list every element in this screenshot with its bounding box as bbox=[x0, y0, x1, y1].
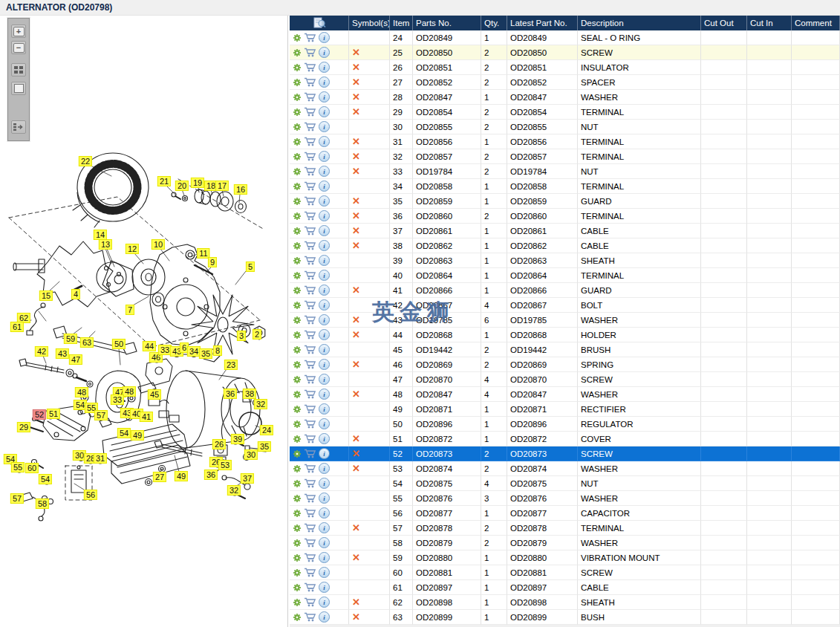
cart-icon[interactable] bbox=[304, 597, 316, 607]
info-icon[interactable]: i bbox=[319, 270, 330, 281]
cart-icon[interactable] bbox=[304, 166, 316, 176]
gear-icon[interactable] bbox=[293, 123, 302, 131]
table-row-item-45[interactable]: i45OD194422OD19442BRUSH bbox=[290, 342, 840, 357]
table-row-item-57[interactable]: i✕57OD208782OD20878TERMINAL bbox=[290, 521, 840, 536]
gear-icon[interactable] bbox=[293, 152, 302, 161]
cart-icon[interactable] bbox=[304, 345, 316, 354]
cart-icon[interactable] bbox=[304, 270, 316, 280]
gear-icon[interactable] bbox=[293, 449, 302, 458]
info-icon[interactable]: i bbox=[319, 552, 330, 563]
part-label-57[interactable]: 57 bbox=[94, 410, 108, 420]
cart-icon[interactable] bbox=[304, 62, 316, 72]
gear-icon[interactable] bbox=[293, 256, 302, 265]
gear-icon[interactable] bbox=[293, 598, 302, 607]
gear-icon[interactable] bbox=[293, 360, 302, 369]
part-label-8[interactable]: 8 bbox=[213, 345, 222, 356]
part-label-15[interactable]: 15 bbox=[39, 290, 53, 301]
info-icon[interactable]: i bbox=[319, 537, 330, 548]
part-label-49[interactable]: 49 bbox=[175, 471, 188, 481]
info-icon[interactable]: i bbox=[319, 493, 330, 504]
table-row-item-50[interactable]: i50OD208961OD20896REGULATOR bbox=[290, 417, 840, 432]
info-icon[interactable]: i bbox=[319, 329, 330, 340]
table-row-item-51[interactable]: i✕51OD208721OD20872COVER bbox=[290, 432, 840, 446]
gear-icon[interactable] bbox=[293, 331, 302, 340]
info-icon[interactable]: i bbox=[319, 32, 330, 43]
table-row-item-56[interactable]: i56OD208771OD20877CAPACITOR bbox=[290, 506, 840, 521]
info-icon[interactable]: i bbox=[319, 418, 330, 429]
part-label-54[interactable]: 54 bbox=[39, 474, 52, 484]
part-label-32[interactable]: 32 bbox=[227, 485, 241, 496]
info-icon[interactable]: i bbox=[319, 314, 330, 325]
part-label-14[interactable]: 14 bbox=[94, 230, 107, 240]
part-label-31[interactable]: 31 bbox=[94, 453, 107, 464]
table-row-item-39[interactable]: i39OD208631OD20863SHEATH bbox=[290, 253, 840, 268]
gear-icon[interactable] bbox=[293, 375, 302, 384]
gear-icon[interactable] bbox=[293, 539, 302, 548]
part-label-26[interactable]: 26 bbox=[212, 439, 226, 449]
part-label-19[interactable]: 19 bbox=[191, 178, 204, 188]
fit-view-button[interactable] bbox=[11, 82, 26, 95]
part-label-42[interactable]: 42 bbox=[35, 346, 48, 357]
info-icon[interactable]: i bbox=[319, 240, 330, 251]
gear-icon[interactable] bbox=[293, 345, 302, 354]
gear-icon[interactable] bbox=[293, 271, 302, 280]
part-label-12[interactable]: 12 bbox=[126, 244, 139, 254]
info-icon[interactable]: i bbox=[319, 344, 330, 355]
info-icon[interactable]: i bbox=[319, 47, 330, 58]
gear-icon[interactable] bbox=[293, 48, 302, 57]
table-row-item-43[interactable]: i✕43OD197856OD19785WASHER bbox=[290, 313, 840, 328]
info-icon[interactable]: i bbox=[319, 389, 330, 400]
cart-icon[interactable] bbox=[304, 464, 316, 473]
part-label-41[interactable]: 41 bbox=[140, 412, 153, 422]
cart-icon[interactable] bbox=[304, 315, 316, 325]
table-row-item-38[interactable]: i✕38OD208621OD20862CABLE bbox=[290, 238, 840, 253]
table-row-item-49[interactable]: i49OD208711OD20871RECTIFIER bbox=[290, 402, 840, 417]
part-label-23[interactable]: 23 bbox=[224, 360, 238, 370]
cart-icon[interactable] bbox=[304, 374, 316, 384]
gear-icon[interactable] bbox=[293, 286, 302, 295]
gear-icon[interactable] bbox=[293, 182, 302, 191]
part-label-32[interactable]: 32 bbox=[254, 399, 267, 409]
cart-icon[interactable] bbox=[304, 582, 316, 592]
part-label-49[interactable]: 49 bbox=[131, 430, 144, 441]
part-label-16[interactable]: 16 bbox=[234, 184, 247, 195]
part-label-58[interactable]: 58 bbox=[36, 498, 49, 509]
table-row-item-37[interactable]: i✕37OD208611OD20861CABLE bbox=[290, 224, 840, 238]
cart-icon[interactable] bbox=[304, 122, 316, 131]
cart-icon[interactable] bbox=[304, 330, 316, 340]
gear-icon[interactable] bbox=[293, 464, 302, 473]
gear-icon[interactable] bbox=[293, 420, 302, 429]
cart-icon[interactable] bbox=[304, 449, 316, 458]
zoom-out-button[interactable]: − bbox=[11, 41, 26, 54]
cart-icon[interactable] bbox=[304, 256, 316, 265]
info-icon[interactable]: i bbox=[319, 448, 330, 459]
tile-view-button[interactable] bbox=[11, 63, 26, 77]
table-row-item-62[interactable]: i✕62OD208981OD20898SHEATH bbox=[290, 595, 840, 610]
table-row-item-59[interactable]: i✕59OD208801OD20880VIBRATION MOUNT bbox=[290, 550, 840, 565]
gear-icon[interactable] bbox=[293, 137, 302, 146]
info-icon[interactable]: i bbox=[319, 121, 330, 132]
cart-icon[interactable] bbox=[304, 612, 316, 622]
gear-icon[interactable] bbox=[293, 390, 302, 399]
gear-icon[interactable] bbox=[293, 78, 302, 87]
part-label-20[interactable]: 20 bbox=[175, 181, 189, 191]
gear-icon[interactable] bbox=[293, 509, 302, 518]
gear-icon[interactable] bbox=[293, 227, 302, 235]
gear-icon[interactable] bbox=[293, 33, 302, 42]
info-icon[interactable]: i bbox=[319, 522, 330, 533]
cart-icon[interactable] bbox=[304, 92, 316, 102]
part-label-3[interactable]: 3 bbox=[237, 331, 246, 341]
cart-icon[interactable] bbox=[304, 181, 316, 191]
cart-icon[interactable] bbox=[304, 434, 316, 444]
part-label-51[interactable]: 51 bbox=[47, 409, 60, 419]
cart-icon[interactable] bbox=[304, 419, 316, 429]
part-label-7[interactable]: 7 bbox=[126, 305, 134, 315]
info-icon[interactable]: i bbox=[319, 374, 330, 385]
cart-icon[interactable] bbox=[304, 152, 316, 161]
gear-icon[interactable] bbox=[293, 568, 302, 577]
table-row-item-54[interactable]: i54OD208754OD20875NUT bbox=[290, 476, 840, 491]
info-icon[interactable]: i bbox=[319, 463, 330, 474]
info-icon[interactable]: i bbox=[319, 181, 330, 192]
gear-icon[interactable] bbox=[293, 301, 302, 310]
part-label-38[interactable]: 38 bbox=[243, 389, 256, 399]
